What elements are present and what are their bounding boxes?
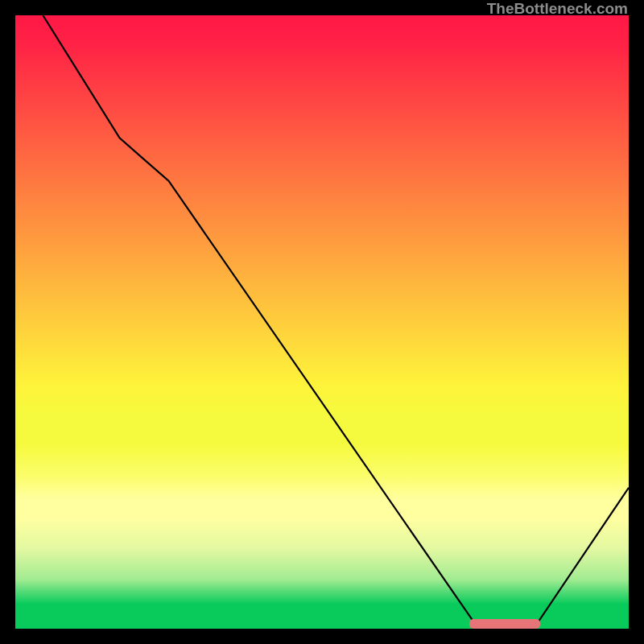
- highlight-marker: [469, 619, 540, 629]
- watermark-text: TheBottleneck.com: [487, 0, 628, 18]
- plot-area: [15, 15, 629, 629]
- chart-container: TheBottleneck.com: [0, 0, 644, 644]
- curve-line: [15, 15, 629, 629]
